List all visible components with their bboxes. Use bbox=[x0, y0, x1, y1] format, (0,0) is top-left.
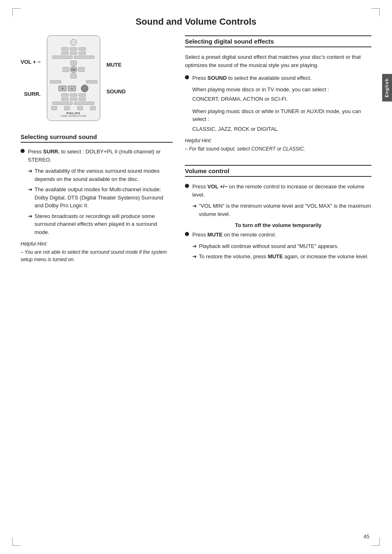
btn-row-4 bbox=[50, 93, 97, 97]
corner-mark-tr bbox=[371, 8, 380, 16]
digital-hint-text: – For flat sound output, select CONCERT … bbox=[185, 145, 371, 153]
volume-heading: Volume control bbox=[185, 165, 371, 177]
btn-row-1 bbox=[50, 47, 97, 51]
philips-logo: PHILIPS bbox=[50, 112, 97, 115]
btn-icon bbox=[78, 97, 86, 101]
power-button-icon bbox=[70, 39, 77, 46]
volume-arrow-2-text: Playback will continue without sound and… bbox=[199, 242, 371, 250]
surr-btn-icon bbox=[90, 106, 96, 110]
volume-arrow-3: ➔ To restore the volume, press MUTE agai… bbox=[192, 253, 371, 261]
surr-btn-icon bbox=[51, 106, 57, 110]
nav-ok-icon: OK bbox=[70, 66, 77, 73]
arrow-icon-1: ➔ bbox=[28, 167, 32, 183]
btn-icon bbox=[52, 56, 73, 59]
remote-body: OK + − bbox=[47, 35, 100, 121]
surr-bold: SURR. bbox=[43, 148, 60, 155]
volume-arrow-2: ➔ Playback will continue without sound a… bbox=[192, 242, 371, 250]
nav-row-bot bbox=[70, 74, 77, 79]
corner-mark-br bbox=[371, 538, 380, 546]
volume-bullet-1-text: Press VOL +/− on the remote control to i… bbox=[192, 183, 371, 199]
arrow-icon-v1: ➔ bbox=[192, 202, 197, 218]
digital-mode1-intro: When playing movie discs or in TV mode, … bbox=[192, 86, 371, 94]
volume-arrows-2: ➔ Playback will continue without sound a… bbox=[192, 242, 371, 261]
nav-row-mid: OK bbox=[62, 66, 85, 73]
content-columns: VOL + − SURR. bbox=[21, 35, 371, 270]
surround-arrow-1-text: The availability of the various surround… bbox=[35, 167, 173, 183]
remote-top bbox=[50, 39, 97, 46]
surround-hint-text: – You are not able to select the surroun… bbox=[21, 248, 173, 263]
mute-bold-2: MUTE bbox=[268, 253, 283, 260]
language-tab: English bbox=[382, 74, 392, 102]
btn-icon bbox=[61, 51, 69, 55]
volume-arrow-1-text: "VOL MIN" is the minimum volume level an… bbox=[199, 202, 371, 218]
vol-plus-btn-icon: + bbox=[58, 86, 67, 91]
vol-bold: VOL +/− bbox=[208, 183, 228, 190]
arrow-icon-2: ➔ bbox=[28, 185, 32, 210]
volume-section: Volume control Press VOL +/− on the remo… bbox=[185, 165, 371, 261]
nav-row-top bbox=[70, 60, 77, 65]
volume-arrow-3-before: To restore the volume, press bbox=[199, 253, 268, 260]
digital-bullet-1: Press SOUND to select the available soun… bbox=[185, 74, 371, 82]
page: English Sound and Volume Controls VOL + … bbox=[0, 0, 392, 554]
btn-row-2 bbox=[50, 51, 97, 55]
nav-right-icon bbox=[78, 67, 85, 72]
digital-mode2-intro: When playing music discs or while in TUN… bbox=[192, 107, 371, 123]
btn-icon bbox=[70, 93, 77, 97]
surround-heading: Selecting surround sound bbox=[21, 133, 173, 143]
surround-hint: Helpful Hint: – You are not able to sele… bbox=[21, 241, 173, 263]
left-column: VOL + − SURR. bbox=[21, 35, 173, 270]
digital-hint: Helpful Hint: – For flat sound output, s… bbox=[185, 138, 371, 153]
surround-arrow-2: ➔ The available output modes for Multi-c… bbox=[28, 185, 173, 210]
digital-mode2-list: CLASSIC, JAZZ, ROCK or DIGITAL. bbox=[192, 125, 371, 133]
btn-row-3 bbox=[50, 56, 97, 59]
digital-mode1-list: CONCERT, DRAMA, ACTION or SCI-FI. bbox=[192, 95, 371, 103]
digital-hint-title: Helpful Hint: bbox=[185, 138, 371, 144]
digital-intro: Select a preset digital sound effect tha… bbox=[185, 53, 371, 69]
nav-up-icon bbox=[70, 60, 77, 65]
nav-left-icon bbox=[62, 67, 69, 72]
surround-arrow-1: ➔ The availability of the various surrou… bbox=[28, 167, 173, 183]
btn-icon bbox=[78, 51, 86, 55]
volume-bullet-2: Press MUTE on the remote control. bbox=[185, 231, 371, 239]
corner-mark-tl bbox=[12, 8, 21, 16]
mute-label: MUTE bbox=[106, 62, 126, 68]
surround-arrow-3-text: Stereo broadcasts or recordings will pro… bbox=[35, 212, 173, 236]
btn-row-6 bbox=[50, 102, 97, 105]
volume-arrows-1: ➔ "VOL MIN" is the minimum volume level … bbox=[192, 202, 371, 218]
surround-section: Selecting surround sound Press SURR. to … bbox=[21, 133, 173, 263]
surround-arrow-3: ➔ Stereo broadcasts or recordings will p… bbox=[28, 212, 173, 236]
side-btn-left bbox=[50, 80, 61, 83]
btn-icon bbox=[70, 97, 77, 101]
vol-area: + − bbox=[50, 85, 97, 92]
arrow-icon-v3: ➔ bbox=[192, 253, 197, 261]
digital-heading: Selecting digital sound effects bbox=[185, 35, 371, 47]
volume-bullet-2-text: Press MUTE on the remote control. bbox=[192, 231, 371, 239]
right-column: Selecting digital sound effects Select a… bbox=[185, 35, 371, 270]
page-title: Sound and Volume Controls bbox=[21, 16, 371, 27]
digital-bullet-1-text: Press SOUND to select the available soun… bbox=[192, 74, 371, 82]
mute-button-icon bbox=[81, 85, 88, 92]
arrow-icon-3: ➔ bbox=[28, 212, 32, 236]
btn-icon bbox=[78, 47, 86, 51]
surr-btn-icon bbox=[64, 106, 70, 110]
bullet-dot-icon bbox=[21, 149, 25, 153]
volume-bullet-1: Press VOL +/− on the remote control to i… bbox=[185, 183, 371, 199]
btn-icon bbox=[70, 51, 77, 55]
volume-bullet-2-after: on the remote control. bbox=[223, 232, 276, 238]
remote-left-labels: VOL + − SURR. bbox=[21, 58, 41, 98]
sound-btn-icon bbox=[77, 106, 83, 110]
side-btn-right bbox=[86, 80, 97, 83]
volume-arrow-1: ➔ "VOL MIN" is the minimum volume level … bbox=[192, 202, 371, 218]
digital-modes: When playing movie discs or in TV mode, … bbox=[192, 86, 371, 133]
remote-illustration: VOL + − SURR. bbox=[21, 35, 173, 121]
nav-down-icon bbox=[70, 74, 77, 79]
surround-bullet-1-text: Press SURR. to select : DOLBY+PL II (mul… bbox=[28, 148, 173, 164]
bullet-dot-icon bbox=[185, 232, 189, 236]
btn-icon bbox=[78, 93, 86, 97]
sound-label: SOUND bbox=[106, 88, 126, 95]
surr-area bbox=[50, 106, 97, 110]
btn-icon bbox=[61, 97, 69, 101]
arrow-icon-v2: ➔ bbox=[192, 242, 197, 250]
volume-arrow-3-text: To restore the volume, press MUTE again,… bbox=[199, 253, 371, 261]
bullet-dot-icon bbox=[185, 184, 189, 188]
